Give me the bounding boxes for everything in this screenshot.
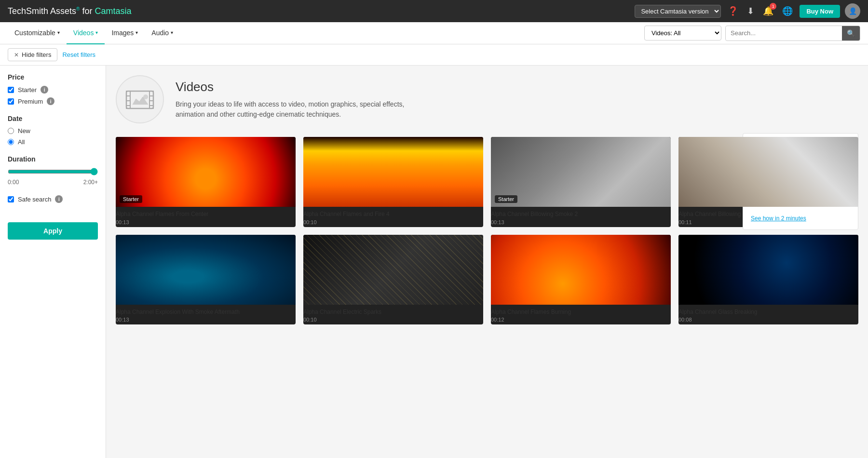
nav-audio[interactable]: Audio ▾	[145, 22, 180, 44]
price-filter: Price Starter i Premium i	[8, 73, 98, 105]
starter-checkbox[interactable]	[8, 87, 14, 93]
video-thumb-1: Starter	[116, 137, 296, 207]
content: Videos Bring your ideas to life with acc…	[106, 66, 868, 334]
duration-max: 2:00+	[83, 179, 98, 186]
close-icon: ✕	[14, 52, 19, 58]
starter-info-icon[interactable]: i	[41, 86, 48, 94]
video-info-6: Alpha Channel Electric Sparks 00:10	[303, 305, 483, 325]
video-thumb-7	[491, 235, 671, 305]
all-radio[interactable]	[8, 139, 14, 145]
nav-audio-arrow: ▾	[171, 30, 173, 35]
logo-camtasia: Camtasia	[95, 6, 131, 16]
notification-icon[interactable]: 🔔 1	[761, 4, 775, 18]
video-card-8[interactable]: Alpha Channel Glass Breaking 00:08	[678, 235, 858, 325]
video-title-8: Alpha Channel Glass Breaking	[678, 309, 858, 316]
apply-button[interactable]: Apply	[8, 222, 98, 240]
hero-title: Videos	[176, 80, 417, 94]
video-thumb-2	[303, 137, 483, 207]
hide-filters-button[interactable]: ✕ Hide filters	[8, 48, 57, 61]
date-title: Date	[8, 115, 98, 122]
reset-filters-button[interactable]: Reset filters	[62, 51, 95, 58]
nav-videos[interactable]: Videos ▾	[67, 22, 105, 44]
category-select[interactable]: Videos: All Videos: Starter Videos: Prem…	[644, 26, 721, 40]
premium-checkbox[interactable]	[8, 98, 14, 105]
video-title-1: Alpha Channel Flames From Center	[116, 211, 296, 218]
search-box: 🔍	[725, 26, 860, 41]
safe-search-info-icon[interactable]: i	[55, 195, 63, 203]
thumb-bg-8	[678, 235, 858, 305]
video-duration-5: 00:13	[116, 317, 296, 323]
filter-bar: ✕ Hide filters Reset filters	[0, 44, 868, 66]
avatar[interactable]: 👤	[845, 3, 860, 19]
buy-now-button[interactable]: Buy Now	[800, 5, 840, 18]
hero-icon	[116, 75, 164, 123]
nav-images-label: Images	[111, 29, 134, 37]
nav-images[interactable]: Images ▾	[105, 22, 145, 44]
video-duration-8: 00:08	[678, 317, 858, 323]
thumb-bg-6	[303, 235, 483, 305]
video-card-2[interactable]: Alpha Channel Flames and Fire 4 00:10	[303, 137, 483, 227]
notif-badge: 1	[770, 3, 776, 10]
video-thumb-6	[303, 235, 483, 305]
video-card-7[interactable]: Alpha Channel Flames Burning 00:12	[491, 235, 671, 325]
see-how-link[interactable]: See how in 2 minutes	[751, 215, 806, 222]
new-radio[interactable]	[8, 128, 14, 134]
video-card-3[interactable]: Starter Alpha Channel Billowing Smoke 2 …	[491, 137, 671, 227]
price-title: Price	[8, 73, 98, 81]
new-option[interactable]: New	[8, 127, 98, 135]
duration-min: 0:00	[8, 179, 19, 186]
video-thumb-3: Starter	[491, 137, 671, 207]
video-duration-3: 00:13	[491, 219, 671, 225]
video-duration-7: 00:12	[491, 317, 671, 323]
video-duration-1: 00:13	[116, 219, 296, 225]
sidebar: Price Starter i Premium i Date New All	[0, 66, 106, 458]
video-info-5: Alpha Channel Explosion With Smoke After…	[116, 305, 296, 325]
nav-bar: Customizable ▾ Videos ▾ Images ▾ Audio ▾…	[0, 22, 868, 44]
safe-search-option[interactable]: Safe search i	[8, 195, 98, 203]
video-card-6[interactable]: Alpha Channel Electric Sparks 00:10	[303, 235, 483, 325]
safe-search-checkbox[interactable]	[8, 196, 14, 202]
premium-info-icon[interactable]: i	[47, 97, 54, 105]
content-wrapper: Videos Bring your ideas to life with acc…	[106, 66, 868, 458]
video-title-7: Alpha Channel Flames Burning	[491, 309, 671, 316]
nav-customizable[interactable]: Customizable ▾	[8, 22, 67, 44]
video-title-3: Alpha Channel Billowing Smoke 2	[491, 211, 671, 218]
all-option[interactable]: All	[8, 138, 98, 146]
video-duration-2: 00:10	[303, 219, 483, 225]
duration-filter: Duration 0:00 2:00+	[8, 155, 98, 186]
thumb-bg-2	[303, 137, 483, 207]
nav-videos-label: Videos	[73, 29, 94, 37]
video-card-1[interactable]: Starter Alpha Channel Flames From Center…	[116, 137, 296, 227]
logo-for: for	[82, 6, 95, 16]
all-label: All	[18, 138, 25, 146]
starter-option[interactable]: Starter i	[8, 86, 98, 94]
hero-description: Bring your ideas to life with access to …	[176, 99, 417, 120]
globe-icon[interactable]: 🌐	[780, 4, 795, 18]
new-label: New	[18, 127, 30, 135]
video-card-5[interactable]: Alpha Channel Explosion With Smoke After…	[116, 235, 296, 325]
thumb-bg-7	[491, 235, 671, 305]
search-area: Videos: All Videos: Starter Videos: Prem…	[644, 26, 860, 41]
download-icon[interactable]: ⬇	[745, 4, 756, 18]
search-button[interactable]: 🔍	[842, 26, 860, 40]
duration-labels: 0:00 2:00+	[8, 179, 98, 186]
search-input[interactable]	[726, 27, 842, 40]
premium-option[interactable]: Premium i	[8, 97, 98, 105]
duration-slider[interactable]	[8, 168, 98, 175]
thumb-bg-5	[116, 235, 296, 305]
top-bar: TechSmith Assets® for Camtasia Select Ca…	[0, 0, 868, 22]
version-select[interactable]: Select Camtasia version Camtasia 2024 Ca…	[635, 5, 721, 18]
video-info-8: Alpha Channel Glass Breaking 00:08	[678, 305, 858, 325]
video-info-2: Alpha Channel Flames and Fire 4 00:10	[303, 207, 483, 227]
nav-videos-arrow: ▾	[95, 30, 98, 35]
video-thumb-8	[678, 235, 858, 305]
video-title-2: Alpha Channel Flames and Fire 4	[303, 211, 483, 218]
thumb-bg-3	[491, 137, 671, 207]
nav-customizable-label: Customizable	[14, 29, 55, 37]
hero-section: Videos Bring your ideas to life with acc…	[116, 75, 858, 123]
nav-images-arrow: ▾	[136, 30, 138, 35]
video-duration-6: 00:10	[303, 317, 483, 323]
help-icon[interactable]: ❓	[726, 4, 740, 18]
video-title-5: Alpha Channel Explosion With Smoke After…	[116, 309, 296, 316]
video-info-1: Alpha Channel Flames From Center 00:13	[116, 207, 296, 227]
